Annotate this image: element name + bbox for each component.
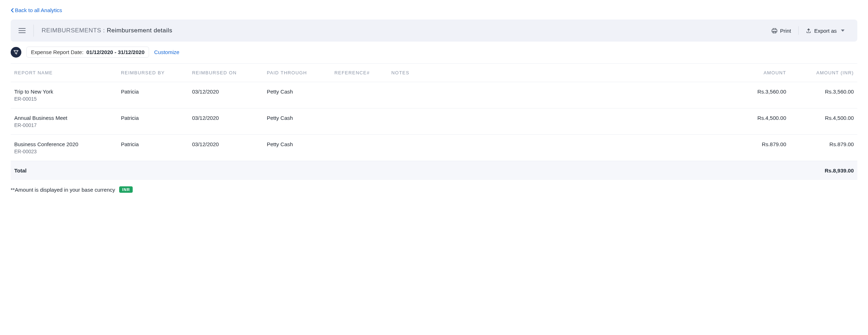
amount-inr: Rs.4,500.00 — [786, 115, 854, 121]
reimbursed-by: Patricia — [121, 89, 192, 95]
report-name: Business Conference 2020 — [14, 141, 121, 147]
export-button[interactable]: Export as — [801, 26, 850, 36]
table-row[interactable]: Business Conference 2020ER-00023Patricia… — [11, 135, 857, 161]
col-amount[interactable]: AMOUNT — [420, 70, 786, 75]
filter-row: Expense Report Date: 01/12/2020 - 31/12/… — [11, 47, 857, 58]
back-link-label: Back to all Analytics — [15, 7, 62, 13]
divider — [33, 25, 34, 37]
report-name: Annual Business Meet — [14, 115, 121, 121]
paid-through: Petty Cash — [267, 89, 334, 95]
total-row: Total Rs.8,939.00 — [11, 161, 857, 180]
divider — [798, 26, 799, 35]
print-button[interactable]: Print — [767, 26, 796, 36]
chevron-down-icon — [841, 30, 845, 32]
export-button-label: Export as — [814, 28, 837, 34]
breadcrumb-category: REIMBURSEMENTS — [42, 27, 101, 34]
col-paid-through[interactable]: PAID THROUGH — [267, 70, 334, 75]
customize-link[interactable]: Customize — [154, 49, 179, 55]
date-filter-value: 01/12/2020 - 31/12/2020 — [86, 49, 144, 55]
amount: Rs.879.00 — [420, 141, 786, 147]
filter-icon — [14, 50, 18, 55]
page-header-bar: REIMBURSEMENTS : Reimbursement details P… — [11, 20, 857, 42]
breadcrumb-page: Reimbursement details — [107, 27, 172, 34]
currency-badge: INR — [119, 186, 133, 193]
col-amount-inr[interactable]: AMOUNT (INR) — [786, 70, 854, 75]
reimbursed-on: 03/12/2020 — [192, 141, 267, 147]
amount: Rs.4,500.00 — [420, 115, 786, 121]
date-filter-label: Expense Report Date: — [31, 49, 84, 55]
export-icon — [806, 28, 811, 33]
reimbursed-on: 03/12/2020 — [192, 115, 267, 121]
breadcrumb: REIMBURSEMENTS : Reimbursement details — [42, 27, 767, 34]
chevron-left-icon — [11, 8, 14, 13]
paid-through: Petty Cash — [267, 141, 334, 147]
back-to-analytics-link[interactable]: Back to all Analytics — [11, 7, 62, 13]
table-row[interactable]: Annual Business MeetER-00017Patricia03/1… — [11, 108, 857, 135]
reimbursements-table: REPORT NAME REIMBURSED BY REIMBURSED ON … — [11, 63, 857, 180]
amount-inr: Rs.3,560.00 — [786, 89, 854, 95]
report-code: ER-00023 — [14, 149, 121, 154]
amount-inr: Rs.879.00 — [786, 141, 854, 147]
reimbursed-on: 03/12/2020 — [192, 89, 267, 95]
reimbursed-by: Patricia — [121, 115, 192, 121]
print-icon — [772, 28, 777, 33]
total-amount-inr: Rs.8,939.00 — [786, 168, 854, 174]
report-code: ER-00015 — [14, 96, 121, 102]
report-code: ER-00017 — [14, 122, 121, 128]
menu-toggle-button[interactable] — [18, 27, 26, 34]
date-filter-chip[interactable]: Expense Report Date: 01/12/2020 - 31/12/… — [26, 47, 149, 58]
report-name: Trip to New York — [14, 89, 121, 95]
amount: Rs.3,560.00 — [420, 89, 786, 95]
col-reimbursed-by[interactable]: REIMBURSED BY — [121, 70, 192, 75]
table-row[interactable]: Trip to New YorkER-00015Patricia03/12/20… — [11, 82, 857, 108]
filter-button[interactable] — [11, 47, 21, 58]
col-reference[interactable]: REFERENCE# — [334, 70, 391, 75]
col-reimbursed-on[interactable]: REIMBURSED ON — [192, 70, 267, 75]
col-notes[interactable]: NOTES — [391, 70, 420, 75]
table-header: REPORT NAME REIMBURSED BY REIMBURSED ON … — [11, 64, 857, 82]
total-label: Total — [14, 168, 121, 174]
footnote: **Amount is displayed in your base curre… — [11, 186, 857, 193]
footnote-text: **Amount is displayed in your base curre… — [11, 187, 115, 193]
print-button-label: Print — [780, 28, 791, 34]
reimbursed-by: Patricia — [121, 141, 192, 147]
paid-through: Petty Cash — [267, 115, 334, 121]
col-report-name[interactable]: REPORT NAME — [14, 70, 121, 75]
